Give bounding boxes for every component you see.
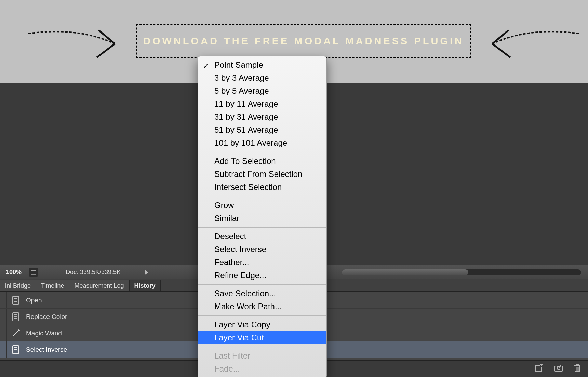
menu-item-deselect[interactable]: Deselect — [198, 230, 326, 243]
menu-item-similar[interactable]: Similar — [198, 212, 326, 225]
arrow-right-icon — [478, 23, 580, 61]
menu-item-label: Add To Selection — [214, 156, 276, 166]
tab-measurement-log[interactable]: Measurement Log — [69, 280, 129, 291]
svg-line-10 — [13, 331, 18, 336]
menu-item-layer-via-cut[interactable]: Layer Via Cut — [198, 331, 326, 344]
menu-item-label: Last Filter — [214, 351, 250, 360]
banner-text: DOWNLOAD THE FREE MODAL MADNESS PLUGIN — [143, 36, 464, 47]
menu-item-label: 11 by 11 Average — [214, 99, 278, 108]
tab-mini-bridge[interactable]: ini Bridge — [0, 280, 36, 291]
snapshot-icon[interactable] — [554, 364, 563, 373]
context-menu: ✓ Point Sample 3 by 3 Average 5 by 5 Ave… — [198, 56, 327, 377]
tab-history[interactable]: History — [129, 280, 161, 291]
menu-item-label: Select Inverse — [214, 245, 266, 254]
doc-info-menu-icon[interactable] — [29, 268, 38, 277]
menu-item-label: 101 by 101 Average — [214, 138, 287, 147]
menu-item-grow[interactable]: Grow — [198, 199, 326, 212]
menu-item-add-to-selection[interactable]: Add To Selection — [198, 155, 326, 168]
horizontal-scrollbar[interactable] — [342, 269, 581, 275]
menu-item-fade: Fade... — [198, 362, 326, 375]
menu-separator — [198, 347, 326, 347]
menu-item-point-sample[interactable]: ✓ Point Sample — [198, 58, 326, 72]
history-state-label: Open — [26, 297, 42, 304]
menu-item-11x11-average[interactable]: 11 by 11 Average — [198, 98, 326, 110]
document-icon — [10, 311, 22, 323]
arrow-left-icon — [27, 23, 129, 61]
menu-item-label: 3 by 3 Average — [214, 73, 269, 82]
menu-item-label: 5 by 5 Average — [214, 86, 269, 95]
new-document-from-state-icon[interactable] — [535, 364, 544, 374]
menu-item-feather[interactable]: Feather... — [198, 256, 326, 269]
tab-label: ini Bridge — [5, 282, 31, 289]
menu-separator — [198, 196, 326, 196]
wand-icon — [10, 327, 22, 339]
menu-separator — [198, 152, 326, 152]
trash-icon[interactable] — [574, 364, 581, 374]
document-icon — [10, 343, 22, 356]
menu-item-last-filter: Last Filter — [198, 349, 326, 362]
history-state-label: Magic Wand — [26, 329, 62, 337]
document-icon — [10, 294, 22, 307]
menu-item-label: Grow — [214, 200, 234, 210]
history-row-gutter — [0, 292, 7, 308]
history-row-gutter — [0, 341, 7, 358]
history-state-label: Replace Color — [26, 313, 67, 321]
doc-size-readout: Doc: 339.5K/339.5K — [66, 269, 121, 276]
menu-separator — [198, 284, 326, 285]
tab-label: Measurement Log — [74, 282, 124, 289]
menu-item-label: Layer Via Cut — [214, 333, 264, 342]
menu-item-label: Save Selection... — [214, 289, 276, 298]
menu-item-label: Feather... — [214, 258, 249, 267]
zoom-level-field[interactable]: 100% — [0, 269, 27, 276]
menu-item-label: Subtract From Selection — [214, 169, 302, 179]
menu-item-layer-via-copy[interactable]: Layer Via Copy — [198, 318, 326, 331]
svg-point-24 — [557, 367, 560, 370]
menu-item-51x51-average[interactable]: 51 by 51 Average — [198, 124, 326, 136]
svg-rect-27 — [576, 364, 578, 365]
menu-item-label: 51 by 51 Average — [214, 125, 278, 134]
menu-item-3x3-average[interactable]: 3 by 3 Average — [198, 72, 326, 84]
menu-item-5x5-average[interactable]: 5 by 5 Average — [198, 84, 326, 98]
tab-timeline[interactable]: Timeline — [36, 280, 69, 291]
menu-item-select-inverse[interactable]: Select Inverse — [198, 243, 326, 256]
menu-item-label: Layer Via Copy — [214, 320, 270, 329]
history-row-gutter — [0, 325, 7, 341]
menu-item-save-selection[interactable]: Save Selection... — [198, 287, 326, 300]
menu-item-intersect-selection[interactable]: Intersect Selection — [198, 181, 326, 194]
tab-label: History — [134, 282, 156, 289]
menu-separator — [198, 227, 326, 228]
menu-item-31x31-average[interactable]: 31 by 31 Average — [198, 110, 326, 124]
selection-marquee[interactable]: DOWNLOAD THE FREE MODAL MADNESS PLUGIN — [136, 24, 471, 58]
tab-label: Timeline — [41, 282, 64, 289]
menu-item-101x101-average[interactable]: 101 by 101 Average — [198, 136, 326, 150]
svg-point-11 — [18, 330, 19, 331]
menu-item-label: Fade... — [214, 364, 240, 373]
menu-item-label: Intersect Selection — [214, 182, 282, 192]
menu-item-label: Similar — [214, 213, 239, 223]
svg-rect-1 — [31, 270, 36, 271]
menu-item-refine-edge[interactable]: Refine Edge... — [198, 269, 326, 282]
menu-item-label: 31 by 31 Average — [214, 112, 278, 121]
history-state-label: Select Inverse — [26, 346, 67, 353]
menu-item-label: Make Work Path... — [214, 302, 282, 311]
history-row-gutter — [0, 309, 7, 325]
menu-item-label: Deselect — [214, 232, 246, 241]
menu-separator — [198, 315, 326, 316]
menu-item-label: Point Sample — [214, 60, 263, 69]
menu-item-label: Refine Edge... — [214, 271, 266, 280]
doc-info-flyout-icon[interactable] — [145, 270, 148, 275]
menu-item-subtract-from-selection[interactable]: Subtract From Selection — [198, 168, 326, 181]
check-icon: ✓ — [203, 61, 209, 72]
menu-item-make-work-path[interactable]: Make Work Path... — [198, 300, 326, 313]
